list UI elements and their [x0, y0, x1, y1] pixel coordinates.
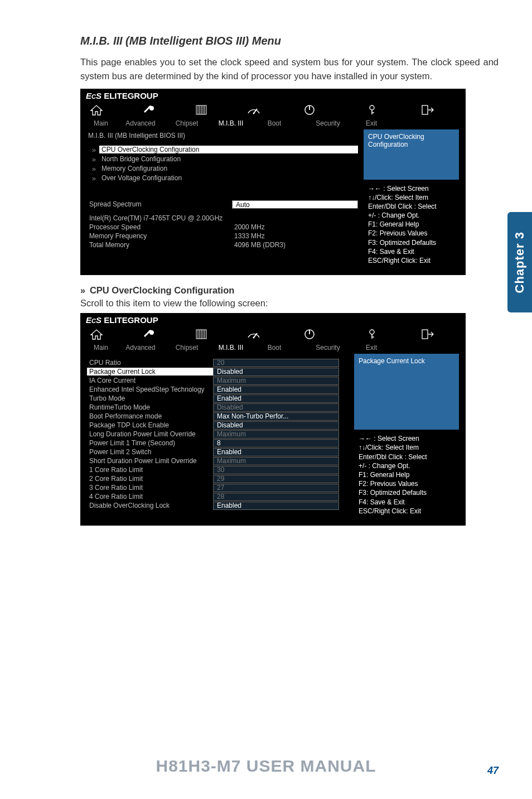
setting-value: Maximum [213, 430, 339, 439]
tab-security: Security [296, 119, 360, 127]
mem-freq-val: 1333 MHz [234, 232, 265, 240]
setting-row: Enhanced Intel SpeedStep TechnologyEnabl… [87, 385, 349, 394]
tab-boot: Boot [253, 119, 296, 127]
arrow-icon: » [87, 165, 96, 173]
svg-rect-27 [422, 330, 428, 339]
setting-value: Maximum [213, 377, 339, 385]
setting-row: Disable OverClocking LockEnabled [87, 501, 349, 510]
setting-row: Package Current LockDisabled [87, 367, 349, 376]
footer-title: H81H3-M7 USER MANUAL [0, 757, 532, 776]
setting-label: Short Duration Power Limit Override [87, 457, 213, 465]
home-icon [88, 103, 105, 117]
setting-row: Long Duration Power Limit OverrideMaximu… [87, 430, 349, 439]
hints-box: →← : Select Screen ↑↓/Click: Select Item… [354, 430, 459, 516]
proc-speed-label: Processor Speed [89, 223, 234, 231]
setting-value: Maximum [213, 457, 339, 465]
setting-value: Disabled [213, 368, 339, 376]
tab-advanced: Advanced [116, 119, 165, 127]
svg-point-10 [370, 105, 374, 110]
tab-mib: M.I.B. III [209, 344, 253, 352]
tab-exit: Exit [360, 344, 383, 352]
wrench-icon [141, 327, 157, 341]
setting-row: IA Core CurrentMaximum [87, 376, 349, 385]
setting-label: 2 Core Ratio Limit [87, 475, 213, 483]
menu-item-voltage: Over Voltage Configuration [99, 174, 358, 182]
setting-value: Disabled [213, 403, 339, 412]
setting-value: Max Non-Turbo Perfor... [213, 412, 339, 421]
setting-label: Package Current Lock [87, 368, 213, 376]
bios-screenshot-1: ECS ELITEGROUP Main Advanced Chipset M.I… [80, 89, 466, 276]
mem-freq-label: Memory Frequency [89, 232, 234, 240]
menu-item-memory: Memory Configuration [99, 165, 358, 172]
setting-row: Power Limit 1 Time (Second)8 [87, 439, 349, 447]
svg-point-7 [253, 112, 255, 114]
tab-security: Security [296, 344, 360, 352]
setting-value: Enabled [213, 502, 339, 510]
setting-value: Disabled [213, 421, 339, 430]
setting-label: Long Duration Power Limit Override [87, 430, 213, 438]
hints-box: →← : Select Screen ↑↓/Click: Select Item… [364, 180, 459, 266]
setting-label: 1 Core Ratio Limit [87, 466, 213, 474]
bios-brand: ELITEGROUP [104, 91, 158, 100]
wrench-icon [141, 103, 157, 117]
setting-label: Package TDP Lock Enable [87, 421, 213, 429]
chipset-icon [193, 327, 210, 341]
page-heading: M.I.B. III (MB Intelligent BIOS III) Men… [80, 35, 499, 47]
bios-screenshot-2: ECS ELITEGROUP Main Advanced Chipset M.I… [80, 313, 466, 526]
dash-icon [245, 103, 262, 117]
key-icon [364, 103, 380, 117]
setting-value: Enabled [213, 394, 339, 403]
setting-row: CPU Ratio20 [87, 358, 349, 367]
help-box: CPU OverClocking Configuration [364, 129, 459, 180]
setting-row: Package TDP Lock EnableDisabled [87, 421, 349, 430]
arrow-icon: » [87, 146, 96, 154]
setting-row: 3 Core Ratio Limit27 [87, 483, 349, 492]
exit-icon [419, 327, 436, 341]
setting-row: 2 Core Ratio Limit29 [87, 474, 349, 483]
arrow-icon: » [87, 155, 96, 163]
chapter-label: Chapter 3 [512, 232, 527, 293]
setting-spread-spectrum-label: Spread Spectrum [87, 200, 232, 208]
setting-value: 27 [213, 484, 339, 492]
setting-row: Short Duration Power Limit OverrideMaxim… [87, 456, 349, 465]
setting-row: RuntimeTurbo ModeDisabled [87, 403, 349, 412]
setting-spread-spectrum-value: Auto [232, 200, 358, 209]
tab-exit: Exit [360, 119, 383, 127]
setting-row: Boot Performance modeMax Non-Turbo Perfo… [87, 412, 349, 421]
dash-icon [245, 327, 262, 341]
setting-label: Turbo Mode [87, 394, 213, 402]
arrow-icon: » [80, 286, 85, 296]
tab-mib: M.I.B. III [209, 119, 253, 127]
setting-value: Enabled [213, 448, 339, 456]
setting-row: 1 Core Ratio Limit30 [87, 465, 349, 474]
total-mem-label: Total Memory [89, 241, 234, 249]
setting-value: 8 [213, 439, 339, 447]
setting-value: 30 [213, 466, 339, 474]
menu-item-cpu-oc: CPU OverClocking Configuration [99, 146, 358, 153]
setting-value: 28 [213, 493, 339, 501]
cpu-info: Intel(R) Core(TM) i7-4765T CPU @ 2.00GHz [89, 214, 234, 222]
chapter-tab: Chapter 3 [507, 212, 532, 312]
setting-label: 4 Core Ratio Limit [87, 493, 213, 500]
sub-heading: CPU OverClocking Configuration [90, 285, 234, 296]
tab-boot: Boot [253, 344, 296, 352]
sub-text: Scroll to this item to view the followin… [80, 298, 499, 309]
power-icon [301, 327, 318, 341]
setting-row: 4 Core Ratio Limit28 [87, 492, 349, 501]
setting-label: Disable OverClocking Lock [87, 502, 213, 509]
setting-row: Turbo ModeEnabled [87, 394, 349, 403]
setting-value: Enabled [213, 386, 339, 394]
setting-label: Boot Performance mode [87, 412, 213, 420]
setting-label: Enhanced Intel SpeedStep Technology [87, 386, 213, 393]
home-icon [88, 327, 105, 341]
setting-label: Power Limit 1 Time (Second) [87, 439, 213, 447]
power-icon [301, 103, 318, 117]
tab-advanced: Advanced [116, 344, 165, 352]
setting-label: 3 Core Ratio Limit [87, 484, 213, 492]
setting-label: CPU Ratio [87, 359, 213, 367]
setting-value: 29 [213, 475, 339, 483]
setting-label: Power Limit 2 Switch [87, 448, 213, 456]
exit-icon [419, 103, 436, 117]
total-mem-val: 4096 MB (DDR3) [234, 241, 286, 249]
bios-brand: ELITEGROUP [104, 315, 158, 325]
